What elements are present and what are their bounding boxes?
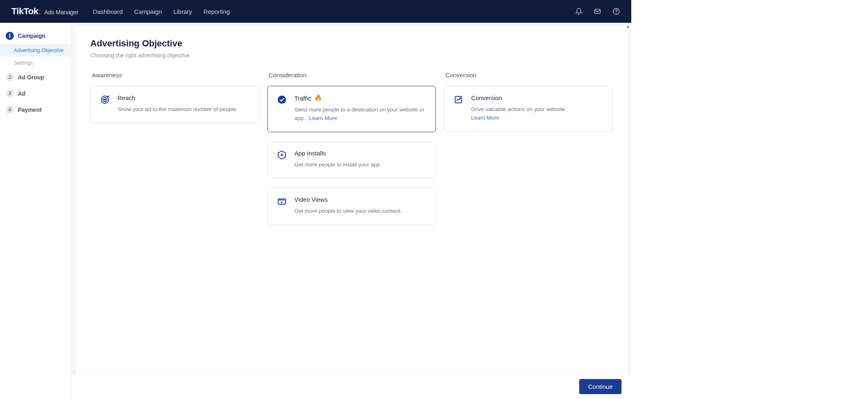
help-icon[interactable] [613,8,620,15]
card-desc: Drive valuable actions on your website. … [471,105,603,122]
page-subtitle: Choosing the right advertising objective [90,52,613,59]
page-title: Advertising Objective [90,38,613,49]
header-left: TikTok: Ads Manager Dashboard Campaign L… [11,6,230,17]
col-header: Conversion [444,72,613,78]
logo-text: TikTok [11,6,38,17]
bell-icon[interactable] [575,8,582,15]
card-body: Traffic 🔥 Send more people to a destinat… [294,94,427,123]
card-desc: Show your ad to the maximum number of pe… [118,105,250,114]
footer-bar: Continue [72,374,631,399]
col-header: Awareness [90,72,259,78]
tiktok-logo[interactable]: TikTok: Ads Manager [11,6,78,17]
card-title: App Installs [294,150,427,157]
svg-rect-7 [278,199,286,204]
substep-advertising-objective[interactable]: Advertising Objective [0,44,71,57]
col-awareness: Awareness Reach Show your ad to the maxi… [90,72,259,234]
col-consideration: Consideration Traffic 🔥 Send more people [267,72,436,234]
learn-more-link[interactable]: Learn More [309,115,337,121]
objective-columns: Awareness Reach Show your ad to the maxi… [90,72,613,234]
card-desc: Get more people to install your app. [294,161,427,169]
svg-point-6 [278,96,286,104]
sidebar: 1 Campaign Advertising Objective Setting… [0,23,72,399]
card-title-text: Reach [118,94,135,101]
check-icon [277,94,287,105]
step-campaign[interactable]: 1 Campaign [0,28,71,44]
card-title-text: Video Views [294,196,328,203]
card-body: Conversion Drive valuable actions on you… [471,94,603,122]
main-scroll[interactable]: Advertising Objective Choosing the right… [76,27,627,399]
col-conversion: Conversion Conversion Drive valuable act… [444,72,613,234]
step-badge: 4 [6,106,14,114]
nav-library[interactable]: Library [173,8,192,15]
card-traffic[interactable]: Traffic 🔥 Send more people to a destinat… [267,86,436,132]
step-badge: 3 [6,89,14,98]
target-icon [100,94,110,105]
step-ad-group[interactable]: 2 Ad Group [0,69,71,85]
nav-campaign[interactable]: Campaign [134,8,162,15]
chart-icon [453,94,464,105]
svg-point-5 [105,99,106,100]
logo-subtitle: Ads Manager [44,9,79,15]
card-title: Conversion [471,94,603,101]
step-label: Ad [18,90,26,97]
card-app-installs[interactable]: App Installs Get more people to install … [267,141,436,179]
step-label: Ad Group [18,74,44,81]
inbox-icon[interactable] [594,8,601,15]
card-title-text: Traffic [294,95,311,102]
col-header: Consideration [267,72,436,78]
card-body: Video Views Get more people to view your… [294,196,427,216]
step-label: Campaign [18,33,46,39]
card-title: Video Views [294,196,427,203]
header-right [575,8,620,15]
top-nav: Dashboard Campaign Library Reporting [93,8,230,15]
card-title-text: App Installs [294,150,326,157]
card-title-text: Conversion [471,94,502,101]
learn-more-link[interactable]: Learn More [471,115,499,121]
step-payment[interactable]: 4 Payment [0,102,71,118]
card-body: Reach Show your ad to the maximum number… [118,94,250,114]
card-title: Reach [118,94,250,101]
step-label: Payment [18,107,41,113]
svg-point-2 [616,13,617,13]
body-wrap: 1 Campaign Advertising Objective Setting… [0,23,631,399]
nav-reporting[interactable]: Reporting [203,8,230,15]
substep-settings[interactable]: Settings [0,57,71,69]
card-desc-text: Drive valuable actions on your website. [471,106,566,112]
card-video-views[interactable]: Video Views Get more people to view your… [267,188,436,225]
video-icon [277,196,287,207]
card-desc: Get more people to view your video conte… [294,207,427,216]
card-reach[interactable]: Reach Show your ad to the maximum number… [90,86,259,123]
step-badge: 2 [6,73,14,81]
card-title: Traffic 🔥 [294,94,427,102]
nav-dashboard[interactable]: Dashboard [93,8,122,15]
main-area: Advertising Objective Choosing the right… [72,23,631,399]
card-body: App Installs Get more people to install … [294,150,427,169]
top-header: TikTok: Ads Manager Dashboard Campaign L… [0,0,631,23]
scroll-up-arrow[interactable]: ▲ [626,24,630,28]
card-conversion[interactable]: Conversion Drive valuable actions on you… [444,86,613,132]
fire-icon: 🔥 [314,94,322,102]
logo-dot-red: : [38,6,41,17]
step-ad[interactable]: 3 Ad [0,85,71,102]
hex-icon [277,150,287,160]
continue-button[interactable]: Continue [579,379,622,394]
card-desc: Send more people to a destination on you… [294,106,427,123]
step-badge: 1 [6,32,14,40]
